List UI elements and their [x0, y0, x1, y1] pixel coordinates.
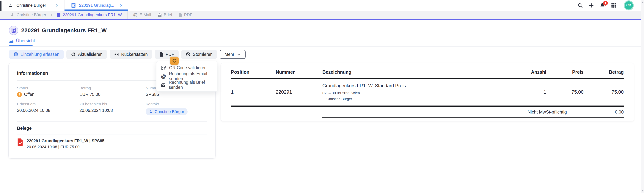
button-label: Einzahlung erfassen — [20, 52, 59, 57]
field-label: Kontakt — [146, 102, 207, 106]
sidebar-edge — [0, 1, 2, 10]
mehr-dropdown-menu: QR Code validieren @ Rechnung als Email … — [156, 61, 218, 92]
breadcrumb-action-email[interactable]: @ E-Mail — [133, 12, 151, 17]
cell-anzahl: 1 — [509, 89, 546, 95]
at-sign-icon: @ — [161, 73, 166, 79]
divider — [17, 135, 207, 135]
window-tab-contact[interactable]: Christine Bürger × — [2, 0, 64, 10]
pdf-file-icon — [159, 52, 163, 57]
invoice-positions-card: Position Nummer Bezeichnung Anzahl Preis… — [220, 63, 634, 121]
avatar[interactable]: CB — [624, 1, 633, 9]
envelope-icon — [157, 13, 162, 17]
divider — [127, 11, 128, 19]
belege-title: Belege — [17, 126, 207, 131]
button-label: Aktualisieren — [78, 52, 102, 57]
add-icon[interactable] — [588, 2, 594, 8]
close-icon[interactable]: × — [56, 3, 58, 8]
breadcrumb-label: 220291 Grundlagenkurs FR1_W — [63, 12, 122, 17]
tab-label: Übersicht — [16, 38, 35, 43]
breadcrumb-item-contact[interactable]: Christine Bürger — [10, 12, 46, 17]
menu-item-qr-validieren[interactable]: QR Code validieren — [156, 63, 217, 72]
field-label: Zu bezahlen bis — [80, 102, 146, 106]
position-detail: 02. – 30.09.2023 Wien — [322, 91, 509, 95]
chart-icon — [9, 38, 14, 43]
field-value: Offen — [24, 92, 34, 97]
action-label: Brief — [164, 12, 172, 17]
rueckerstatten-button[interactable]: Rückerstatten — [110, 50, 152, 59]
contact-name: Christine Bürger — [154, 109, 184, 114]
summary-label: Rechnungsbetrag EUR — [322, 121, 584, 121]
action-label: PDF — [184, 12, 192, 17]
cell-nummer: 220291 — [276, 89, 322, 95]
window-tab-label: Christine Bürger — [16, 3, 46, 8]
beleg-subtitle: 20.06.2024 10:08 | EUR 75.00 — [27, 145, 104, 149]
breadcrumb: Christine Bürger › 220291 Grundlagenkurs… — [0, 10, 644, 19]
button-label: Rückerstatten — [121, 52, 148, 57]
notifications-bell-icon[interactable]: 1 — [599, 2, 606, 8]
status-warning-icon: ! — [17, 92, 22, 97]
col-header-position: Position — [231, 69, 276, 75]
cell-betrag: 75.00 — [584, 89, 624, 95]
chevron-down-icon — [236, 52, 241, 56]
apps-grid-icon[interactable] — [610, 2, 617, 8]
col-header-anzahl: Anzahl — [509, 69, 546, 75]
search-icon[interactable] — [577, 2, 583, 8]
menu-item-rechnung-brief[interactable]: Rechnung als Brief senden — [156, 81, 217, 89]
cell-position: 1 — [231, 89, 276, 95]
mehr-button[interactable]: Mehr — [220, 50, 245, 59]
close-icon[interactable]: × — [120, 3, 123, 8]
summary-value: 0.00 — [584, 109, 624, 115]
table-summary: Nicht MwSt-pflichtig 0.00 Rechnungsbetra… — [322, 107, 624, 121]
summary-row-tax: Nicht MwSt-pflichtig 0.00 — [322, 107, 624, 118]
button-label: PDF — [166, 52, 174, 57]
annotation-marker-c: C — [170, 57, 178, 65]
button-label: Mehr — [224, 52, 234, 57]
accent-divider — [0, 19, 644, 20]
summary-label: Nicht MwSt-pflichtig — [322, 109, 584, 115]
field-label: Status — [17, 86, 80, 90]
window-tab-invoice[interactable]: 220291 Grundlag... × — [64, 0, 128, 10]
window-tab-bar: Christine Bürger × 220291 Grundlag... × … — [0, 0, 644, 10]
position-title: Grundlagenkurs FR1_W, Standard Preis — [322, 83, 509, 88]
divider — [17, 121, 207, 122]
breadcrumb-item-invoice[interactable]: 220291 Grundlagenkurs FR1_W — [57, 12, 122, 17]
scroll-down-arrow-icon[interactable] — [642, 190, 644, 192]
field-value: 20.06.2024 10:08 — [17, 108, 80, 113]
person-icon — [8, 3, 13, 8]
window-tab-label: 220291 Grundlag... — [79, 3, 114, 8]
field-value: EUR 75.00 — [80, 92, 146, 97]
breadcrumb-action-brief[interactable]: Brief — [157, 12, 172, 17]
field-zu-bezahlen-bis: Zu bezahlen bis 20.06.2024 10:08 — [80, 102, 146, 115]
scrollbar[interactable] — [641, 0, 644, 193]
aktualisieren-button[interactable]: Aktualisieren — [66, 50, 107, 59]
envelope-open-icon — [161, 82, 166, 87]
col-header-nummer: Nummer — [276, 69, 322, 75]
col-header-bezeichnung: Bezeichnung — [322, 69, 509, 75]
table-row: 1 220291 Grundlagenkurs FR1_W, Standard … — [231, 79, 624, 107]
cancel-icon — [186, 52, 190, 57]
summary-row-total: Rechnungsbetrag EUR 75.00 — [322, 118, 624, 121]
breadcrumb-action-pdf[interactable]: PDF — [178, 12, 192, 17]
page-title: 220291 Grundlagenkurs FR1_W — [21, 27, 107, 33]
col-header-betrag: Betrag — [584, 69, 624, 75]
topbar-actions: 1 CB — [577, 0, 633, 10]
cell-preis: 75.00 — [546, 89, 584, 95]
pdf-file-icon — [178, 13, 182, 17]
invoice-document-icon — [9, 26, 18, 35]
pdf-file-icon — [17, 139, 23, 146]
divider — [17, 153, 207, 153]
field-status: Status ! Offen — [17, 86, 80, 97]
beleg-item[interactable]: 220291 Grundlagenkurs FR1_W | SPS85 20.0… — [17, 139, 207, 149]
contact-link[interactable]: Christine Bürger — [146, 108, 188, 115]
einzahlung-erfassen-button[interactable]: Einzahlung erfassen — [9, 50, 64, 59]
field-label: Erfasst am — [17, 102, 80, 106]
tab-uebersicht[interactable]: Übersicht — [9, 38, 35, 43]
rewind-icon — [114, 52, 119, 57]
breadcrumb-label: Christine Bürger — [16, 12, 46, 17]
qr-code-icon — [161, 65, 166, 70]
chevron-right-icon: › — [51, 12, 52, 18]
menu-item-rechnung-email[interactable]: @ Rechnung als Email senden — [156, 72, 217, 81]
stornieren-button[interactable]: Stornieren — [181, 50, 217, 59]
scroll-up-arrow-icon[interactable] — [642, 1, 644, 3]
field-betrag: Betrag EUR 75.00 — [80, 86, 146, 97]
